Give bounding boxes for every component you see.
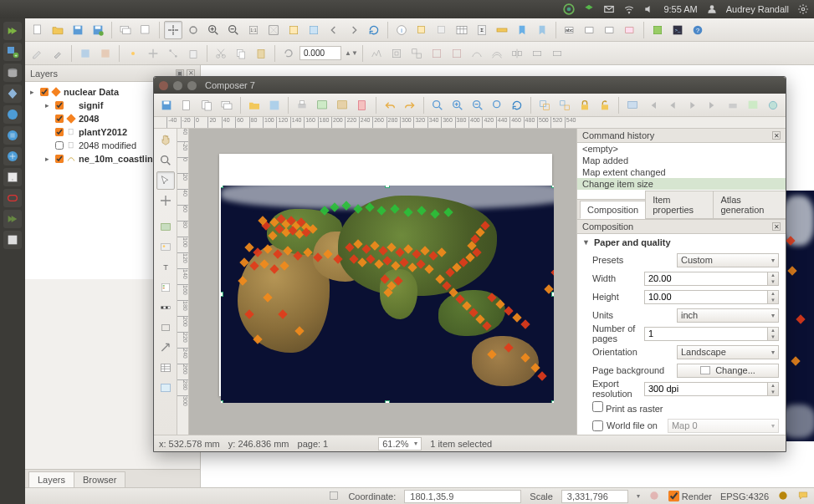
dropbox-icon[interactable] — [583, 3, 595, 15]
volume-icon[interactable] — [643, 3, 655, 15]
tab-composition[interactable]: Composition — [580, 201, 646, 219]
history-item[interactable]: Map added — [577, 155, 786, 166]
c-zoom-in-icon[interactable] — [448, 96, 467, 115]
history-item[interactable]: <empty> — [577, 143, 786, 155]
history-close-icon[interactable]: ✕ — [772, 131, 781, 140]
open-icon[interactable] — [49, 21, 67, 39]
scale-field[interactable]: 3,331,796 — [561, 490, 628, 503]
add-raster-icon[interactable]: + — [3, 43, 22, 61]
delete-selected-icon[interactable] — [184, 44, 202, 63]
history-item[interactable]: Map extent changed — [577, 166, 786, 178]
composer-canvas[interactable] — [189, 129, 576, 435]
save-edits-icon[interactable] — [76, 44, 95, 63]
add-feature-icon[interactable] — [124, 44, 142, 63]
add-wms-icon[interactable] — [3, 105, 22, 124]
deselect-icon[interactable] — [433, 21, 451, 39]
help-icon[interactable]: ? — [689, 21, 707, 39]
composer-map-item[interactable] — [221, 186, 554, 403]
delete-ring-icon[interactable] — [427, 44, 446, 63]
split-icon[interactable] — [508, 44, 526, 63]
atlas-next-icon[interactable] — [683, 96, 702, 115]
page-bg-button[interactable]: Change... — [677, 364, 779, 378]
zoom-out-icon[interactable] — [224, 21, 243, 39]
resolution-spin[interactable]: ▲▼ — [644, 382, 779, 396]
zoom-to-selection-icon[interactable] — [284, 21, 303, 39]
add-ring-icon[interactable] — [387, 44, 406, 63]
chrome-icon[interactable] — [563, 3, 575, 15]
window-close-icon[interactable] — [159, 81, 168, 90]
gear-icon[interactable] — [797, 3, 809, 15]
lock-icon[interactable] — [576, 96, 594, 115]
measure-icon[interactable] — [493, 21, 511, 39]
vector-layer-icon[interactable] — [3, 22, 22, 40]
rotate-feature-icon[interactable] — [279, 44, 298, 63]
c-move-content-icon[interactable] — [156, 191, 175, 210]
field-calc-icon[interactable]: Σ — [473, 21, 491, 39]
print-raster-checkbox[interactable]: Print as raster — [592, 401, 663, 414]
c-refresh-icon[interactable] — [509, 96, 527, 115]
window-maximize-icon[interactable] — [187, 81, 197, 90]
new-project-icon[interactable] — [28, 21, 47, 39]
export-svg-icon[interactable] — [333, 96, 351, 115]
zoom-native-icon[interactable]: 1:1 — [244, 21, 263, 39]
add-csv-icon[interactable] — [3, 231, 22, 249]
group-paper-quality[interactable]: ▼Paper and quality — [577, 234, 786, 251]
composer-new-icon[interactable] — [136, 21, 155, 39]
add-delimited-icon[interactable]: , — [3, 168, 22, 186]
delete-part-icon[interactable] — [448, 44, 466, 63]
atlas-settings-icon[interactable] — [764, 96, 782, 115]
add-wcs-icon[interactable] — [3, 126, 22, 145]
zoom-next-icon[interactable] — [345, 21, 363, 39]
clock[interactable]: 9:55 AM — [663, 4, 697, 14]
c-add-scalebar-icon[interactable] — [156, 298, 175, 317]
rotation-spin[interactable]: 0.000 — [299, 46, 341, 60]
new-composer-icon[interactable] — [177, 96, 196, 115]
tab-item-properties[interactable]: Item properties — [645, 191, 714, 219]
export-pdf-icon[interactable] — [353, 96, 371, 115]
label-move-icon[interactable] — [581, 21, 599, 39]
cut-icon[interactable] — [212, 44, 230, 63]
atlas-print-icon[interactable] — [724, 96, 742, 115]
c-add-legend-icon[interactable] — [156, 278, 175, 297]
atlas-last-icon[interactable] — [704, 96, 722, 115]
c-add-image-icon[interactable] — [156, 238, 175, 257]
world-file-checkbox[interactable]: World file on — [592, 420, 658, 431]
c-zoom-actual-icon[interactable] — [489, 96, 507, 115]
composer-manager-icon[interactable] — [116, 21, 135, 39]
composer-manager-icon[interactable] — [218, 96, 236, 115]
composition-close-icon[interactable]: ✕ — [772, 222, 781, 231]
atlas-export-icon[interactable] — [744, 96, 762, 115]
vector-new-icon[interactable] — [3, 210, 22, 228]
save-template-icon[interactable] — [265, 96, 284, 115]
paste-icon[interactable] — [252, 44, 270, 63]
pan-icon[interactable] — [164, 21, 182, 39]
c-zoom-out-icon[interactable] — [468, 96, 487, 115]
stop-render-icon[interactable] — [648, 490, 660, 503]
height-spin[interactable]: ▲▼ — [644, 290, 779, 304]
refresh-icon[interactable] — [365, 21, 383, 39]
duplicate-composer-icon[interactable] — [197, 96, 216, 115]
tab-browser[interactable]: Browser — [74, 471, 125, 487]
save-as-icon[interactable] — [89, 21, 107, 39]
c-zoom-icon[interactable] — [156, 151, 175, 170]
identify-icon[interactable]: i — [392, 21, 411, 39]
mail-icon[interactable] — [603, 3, 615, 15]
simplify-icon[interactable] — [367, 44, 386, 63]
messages-icon[interactable] — [797, 490, 809, 503]
add-postgis-icon[interactable] — [3, 64, 22, 82]
orientation-combo[interactable]: Landscape — [677, 345, 779, 359]
bookmark-icon[interactable] — [513, 21, 531, 39]
tab-layers[interactable]: Layers — [28, 471, 74, 487]
crs-icon[interactable] — [777, 490, 789, 503]
reshape-icon[interactable] — [468, 44, 486, 63]
load-template-icon[interactable] — [245, 96, 264, 115]
c-zoom-full-icon[interactable] — [428, 96, 447, 115]
c-add-label-icon[interactable]: T — [156, 258, 175, 277]
offset-curve-icon[interactable] — [488, 44, 506, 63]
crs-button[interactable]: EPSG:4326 — [720, 491, 769, 501]
c-pan-icon[interactable] — [156, 131, 175, 150]
merge-attr-icon[interactable] — [548, 44, 566, 63]
coord-field[interactable]: 180.1,35.9 — [404, 490, 521, 503]
save-project-icon[interactable] — [157, 96, 176, 115]
group-icon[interactable] — [535, 96, 554, 115]
